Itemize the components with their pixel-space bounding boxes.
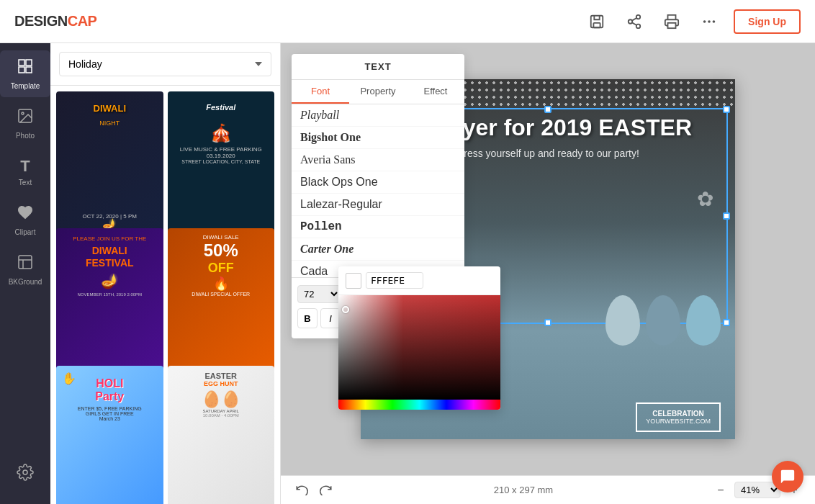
canvas-footer-line1: CELEBRATION <box>646 410 711 418</box>
template-card-diwali-night[interactable]: DIWALI NIGHT OCT 22, 2020 | 5 PM 🪔 <box>56 91 163 234</box>
template-card-diwali-sale[interactable]: DIWALI SALE 50% OFF 🔥 DIWALI SPECIAL OFF… <box>168 228 275 371</box>
settings-icon <box>17 464 34 485</box>
sidebar-item-bkground[interactable]: BKGround <box>0 246 50 293</box>
color-hex-row <box>338 266 500 295</box>
font-item-playball[interactable]: Playball <box>292 104 464 127</box>
icon-sidebar: Template Photo T Text Clipart <box>0 43 50 504</box>
template-icon <box>17 58 34 79</box>
rainbow-bar[interactable] <box>338 400 500 410</box>
color-picker-popup <box>338 266 500 410</box>
canvas-area: TEXT Font Property Effect Playball Bigsh… <box>281 43 815 504</box>
more-options-icon[interactable] <box>696 9 722 35</box>
main-content: Template Photo T Text Clipart <box>0 43 815 504</box>
save-icon[interactable] <box>584 9 610 35</box>
templates-panel: Holiday Business Education Social Media … <box>50 43 281 504</box>
flower-decoration: ✿ <box>697 187 713 211</box>
svg-rect-14 <box>26 67 32 73</box>
canvas-wrapper: TEXT Font Property Effect Playball Bigsh… <box>281 43 815 475</box>
canvas-footer-line2: YOURWEBSITE.COM <box>646 418 711 425</box>
photo-icon <box>17 107 34 129</box>
font-item-pollen[interactable]: Pollen <box>292 216 464 238</box>
canvas-bottom-bar: 210 x 297 mm − 41% 50% 75% 100% + <box>281 475 815 504</box>
svg-point-16 <box>22 112 24 114</box>
topbar: DESIGN CAP <box>0 0 815 43</box>
hex-color-swatch[interactable] <box>346 273 361 289</box>
sign-up-button[interactable]: Sign Up <box>734 9 801 34</box>
svg-line-5 <box>632 22 636 25</box>
svg-rect-11 <box>19 60 24 66</box>
sidebar-item-photo[interactable]: Photo <box>0 100 50 147</box>
svg-point-9 <box>708 20 711 23</box>
sidebar-item-template[interactable]: Template <box>0 50 50 97</box>
bkground-icon <box>17 253 34 275</box>
chat-bubble[interactable] <box>772 461 803 492</box>
clipart-label: Clipart <box>15 228 36 236</box>
text-panel-header: TEXT <box>292 54 464 80</box>
redo-button[interactable] <box>317 480 336 501</box>
svg-rect-17 <box>19 256 32 269</box>
template-card-festival[interactable]: Festival 🎪 LIVE MUSIC & FREE PARKING 03.… <box>168 91 275 234</box>
zoom-out-button[interactable]: − <box>711 481 730 500</box>
svg-point-3 <box>629 19 633 24</box>
svg-rect-7 <box>668 22 676 27</box>
logo-cap-text: CAP <box>68 13 97 30</box>
font-item-bigshot[interactable]: Bigshot One <box>292 127 464 149</box>
svg-rect-1 <box>594 22 600 27</box>
canvas-size-info: 210 x 297 mm <box>494 485 553 495</box>
egg-3 <box>686 295 721 346</box>
color-gradient-selector[interactable] <box>342 306 349 313</box>
sidebar-item-settings[interactable] <box>0 456 50 495</box>
svg-point-10 <box>713 20 716 23</box>
sidebar-item-text[interactable]: T Text <box>0 150 50 194</box>
share-icon[interactable] <box>621 9 647 35</box>
topbar-actions: Sign Up <box>584 9 801 35</box>
photo-label: Photo <box>16 132 35 140</box>
bold-button[interactable]: B <box>297 308 318 328</box>
font-item-lalezar[interactable]: Lalezar-Regular <box>292 194 464 216</box>
category-select[interactable]: Holiday Business Education Social Media … <box>59 52 271 76</box>
templates-grid: DIWALI NIGHT OCT 22, 2020 | 5 PM 🪔 Festi… <box>50 86 280 504</box>
clipart-icon <box>17 204 34 225</box>
tab-font[interactable]: Font <box>292 80 349 104</box>
svg-point-4 <box>636 24 641 27</box>
font-item-averia[interactable]: Averia Sans <box>292 149 464 171</box>
svg-point-2 <box>636 14 641 19</box>
egg-1 <box>605 295 640 346</box>
svg-point-20 <box>23 470 27 474</box>
template-label: Template <box>11 82 40 90</box>
template-card-easter-egg-hunt[interactable]: EASTER EGG HUNT 🥚🥚 SATURDAY APRIL 10:00A… <box>168 366 275 504</box>
color-gradient-dark <box>338 295 500 400</box>
font-size-select[interactable]: 72 48 36 24 <box>297 285 341 303</box>
templates-header: Holiday Business Education Social Media … <box>50 43 280 86</box>
print-icon[interactable] <box>659 9 685 35</box>
font-list: Playball Bigshot One Averia Sans Black O… <box>292 104 464 277</box>
svg-line-6 <box>632 17 636 20</box>
canvas-footer-box: CELEBRATION YOURWEBSITE.COM <box>636 402 721 432</box>
egg-2 <box>646 295 680 346</box>
font-item-black-ops[interactable]: Black Ops One <box>292 171 464 194</box>
color-gradient-area[interactable] <box>338 295 500 400</box>
svg-rect-0 <box>591 15 603 27</box>
tab-effect[interactable]: Effect <box>407 80 464 104</box>
logo-design-text: DESIGN <box>14 13 68 30</box>
italic-button[interactable]: I <box>320 308 341 328</box>
text-panel-tabs: Font Property Effect <box>292 80 464 104</box>
undo-redo <box>292 480 336 501</box>
logo: DESIGN CAP <box>14 13 96 30</box>
bkground-label: BKGround <box>9 278 42 286</box>
template-card-holi-party[interactable]: HOLIParty ENTER $5, FREE PARKING GIRLS G… <box>56 366 163 504</box>
svg-point-8 <box>703 20 706 23</box>
tab-property[interactable]: Property <box>349 80 407 104</box>
text-icon: T <box>20 157 30 176</box>
sidebar-item-clipart[interactable]: Clipart <box>0 197 50 243</box>
svg-rect-12 <box>26 60 32 66</box>
hex-input[interactable] <box>366 272 423 289</box>
template-card-diwali-festival[interactable]: PLEASE JOIN US FOR THE DIWALIFESTIVAL 🪔 … <box>56 228 163 371</box>
font-item-carter[interactable]: Carter One <box>292 238 464 261</box>
text-label: Text <box>19 179 32 186</box>
undo-button[interactable] <box>292 480 311 501</box>
svg-rect-13 <box>19 67 24 73</box>
